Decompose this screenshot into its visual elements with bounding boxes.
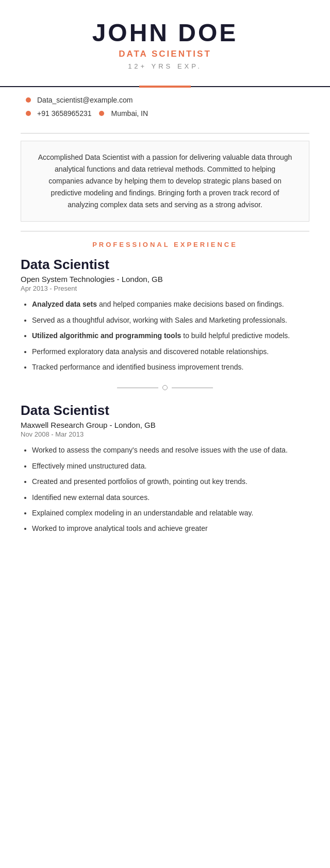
job-1: Data Scientist Open System Technologies … xyxy=(0,257,330,373)
job-2-bullet-3-text: Created and presented portfolios of grow… xyxy=(32,477,248,486)
job-2-bullet-6-text: Worked to improve analytical tools and a… xyxy=(32,524,208,532)
sep-line-left xyxy=(117,388,158,388)
job-2-bullet-6: Worked to improve analytical tools and a… xyxy=(32,523,309,534)
job-1-bullet-5-text: Tracked performance and identified busin… xyxy=(32,363,243,371)
job-2-bullet-4-text: Identified new external data sources. xyxy=(32,493,150,502)
job-2-bullet-2: Effectively mined unstructured data. xyxy=(32,460,309,472)
header-section: JOHN DOE DATA SCIENTIST 12+ YRS EXP. xyxy=(0,0,330,78)
job-2-bullet-4: Identified new external data sources. xyxy=(32,492,309,503)
contact-separator-icon xyxy=(99,111,104,116)
job-2-bullet-5-text: Explained complex modeling in an underst… xyxy=(32,509,253,517)
job-1-bullet-4-text: Performed exploratory data analysis and … xyxy=(32,347,269,356)
experience-separator xyxy=(21,385,309,390)
job-2-bullet-2-text: Effectively mined unstructured data. xyxy=(32,462,146,470)
job-1-bullets: Analyzed data sets and helped companies … xyxy=(21,298,309,373)
contact-dot-icon xyxy=(26,97,31,103)
summary-text: Accomplished Data Scientist with a passi… xyxy=(37,152,293,211)
job-1-bullet-3-rest: to build helpful predictive models. xyxy=(183,331,290,340)
divider-line-right xyxy=(191,86,330,87)
candidate-experience: 12+ YRS EXP. xyxy=(21,62,309,70)
experience-section-heading: PROFESSIONAL EXPERIENCE xyxy=(0,241,330,248)
job-1-bullet-4: Performed exploratory data analysis and … xyxy=(32,346,309,357)
job-2-bullets: Worked to assess the company's needs and… xyxy=(21,444,309,534)
job-2: Data Scientist Maxwell Research Group - … xyxy=(0,403,330,534)
job-1-dates: Apr 2013 - Present xyxy=(21,285,309,292)
resume-container: JOHN DOE DATA SCIENTIST 12+ YRS EXP. Dat… xyxy=(0,0,330,535)
job-2-bullet-3: Created and presented portfolios of grow… xyxy=(32,476,309,487)
job-2-title: Data Scientist xyxy=(21,403,309,419)
contact-divider xyxy=(21,133,309,133)
job-1-bullet-1-rest: and helped companies make decisions base… xyxy=(99,300,284,308)
sep-line-right xyxy=(172,388,213,388)
contact-phone: +91 3658965231 xyxy=(37,109,92,118)
job-1-bullet-3-bold: Utilized algorithmic and programming too… xyxy=(32,331,181,340)
candidate-name: JOHN DOE xyxy=(21,19,309,47)
contact-location: Mumbai, IN xyxy=(111,109,148,118)
job-2-bullet-1: Worked to assess the company's needs and… xyxy=(32,444,309,456)
contact-dot-phone-icon xyxy=(26,111,31,116)
contact-phone-location-item: +91 3658965231 Mumbai, IN xyxy=(26,109,304,118)
job-1-bullet-1: Analyzed data sets and helped companies … xyxy=(32,298,309,310)
job-2-bullet-5: Explained complex modeling in an underst… xyxy=(32,507,309,519)
candidate-title: DATA SCIENTIST xyxy=(21,49,309,59)
job-1-bullet-1-bold: Analyzed data sets xyxy=(32,300,97,308)
job-1-title: Data Scientist xyxy=(21,257,309,273)
contact-email-item: Data_scientist@example.com xyxy=(26,96,304,104)
job-2-dates: Nov 2008 - Mar 2013 xyxy=(21,430,309,438)
sep-circle-icon xyxy=(162,385,168,390)
job-1-bullet-3: Utilized algorithmic and programming too… xyxy=(32,330,309,341)
summary-divider xyxy=(21,231,309,231)
job-2-company: Maxwell Research Group - London, GB xyxy=(21,421,309,429)
contact-section: Data_scientist@example.com +91 365896523… xyxy=(0,88,330,129)
job-1-bullet-2: Served as a thoughtful advisor, working … xyxy=(32,314,309,326)
contact-email: Data_scientist@example.com xyxy=(37,96,133,104)
job-1-bullet-5: Tracked performance and identified busin… xyxy=(32,361,309,373)
job-2-bullet-1-text: Worked to assess the company's needs and… xyxy=(32,446,288,454)
job-1-bullet-2-text: Served as a thoughtful advisor, working … xyxy=(32,316,287,324)
job-1-company: Open System Technologies - London, GB xyxy=(21,275,309,283)
summary-box: Accomplished Data Scientist with a passi… xyxy=(21,141,309,222)
divider-line-left xyxy=(0,86,139,87)
divider-accent xyxy=(139,86,191,88)
